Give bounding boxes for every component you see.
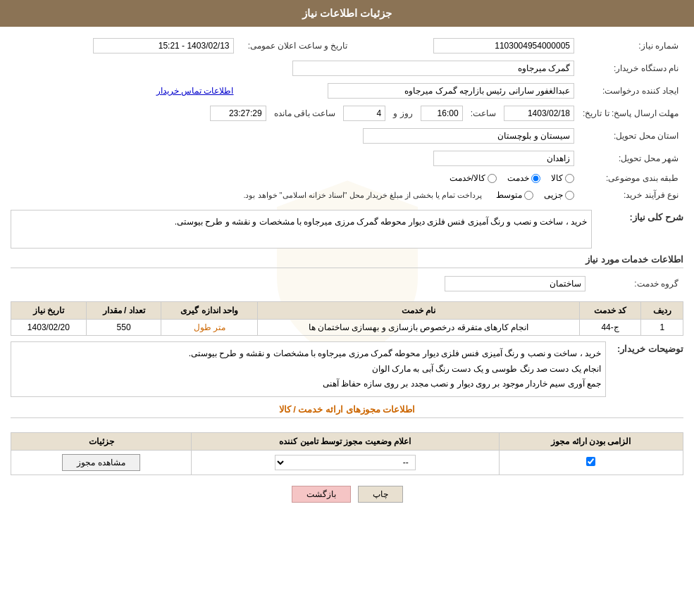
process-note: پرداخت تمام یا بخشی از مبلغ خریدار محل "…: [243, 191, 482, 200]
contact-link[interactable]: اطلاعات تماس خریدار: [156, 86, 234, 96]
th-date: تاریخ نیاز: [11, 302, 87, 320]
radio-motavasset[interactable]: [524, 191, 533, 200]
need-number-label: شماره نیاز:: [579, 35, 682, 56]
service-group-input[interactable]: [445, 276, 585, 291]
deadline-date-input[interactable]: [504, 106, 574, 121]
ptd-details: مشاهده مجوز: [11, 450, 192, 474]
spacer: [11, 422, 683, 432]
radio-jozi-label: جزیی: [544, 190, 563, 200]
buyer-notes-line2: انجام یک دست صد رنگ طوسی و یک دست رنگ آب…: [16, 362, 601, 377]
radio-item-khedmat: خدمت: [507, 173, 540, 183]
deadline-days-input[interactable]: [343, 106, 385, 121]
radio-item-motavasset: متوسط: [496, 190, 533, 200]
radio-khedmat-label: خدمت: [507, 173, 529, 183]
need-desc-section: شرح کلی نیاز: خرید ، ساخت و نصب و رنگ آم…: [11, 210, 683, 249]
permissions-table: الزامی بودن ارائه مجوز اعلام وضعیت مجوز …: [11, 432, 683, 475]
td-code: ج-44: [579, 320, 641, 336]
announce-date-label: تاریخ و ساعت اعلان عمومی:: [239, 35, 352, 56]
need-desc-box: خرید ، ساخت و نصب و رنگ آمیزی فنس فلزی د…: [11, 210, 592, 249]
status-select[interactable]: --: [275, 455, 416, 470]
content-area: شماره نیاز: تاریخ و ساعت اعلان عمومی: نا…: [0, 27, 694, 520]
td-row: 1: [641, 320, 683, 336]
th-unit: واحد اندازه گیری: [161, 302, 258, 320]
required-checkbox[interactable]: [586, 457, 595, 466]
radio-kala-khedmat[interactable]: [488, 174, 497, 183]
announce-date-value-col: [12, 35, 237, 56]
radio-kala-khedmat-label: کالا/خدمت: [450, 173, 485, 183]
deadline-label: مهلت ارسال پاسخ: تا تاریخ:: [579, 103, 682, 124]
page-header: جزئیات اطلاعات نیاز: [0, 0, 694, 27]
services-table: ردیف کد خدمت نام خدمت واحد اندازه گیری ت…: [11, 301, 683, 336]
td-unit: متر طول: [161, 320, 258, 336]
remaining-time-input[interactable]: [210, 106, 266, 121]
process-radio-group: جزیی متوسط: [496, 190, 574, 200]
buyer-notes-line3: جمع آوری سیم خاردار موجود بر روی دیوار و…: [16, 377, 601, 392]
buyer-org-value-col: [12, 58, 578, 79]
td-qty: 550: [86, 320, 161, 336]
back-button[interactable]: بازگشت: [292, 486, 351, 503]
page-title: جزئیات اطلاعات نیاز: [302, 7, 392, 19]
radio-jozi[interactable]: [565, 191, 574, 200]
radio-khedmat[interactable]: [531, 174, 540, 183]
main-info-table: شماره نیاز: تاریخ و ساعت اعلان عمومی: نا…: [11, 34, 683, 204]
contact-link-col: اطلاعات تماس خریدار: [12, 80, 237, 101]
services-title: اطلاعات خدمات مورد نیاز: [11, 254, 683, 268]
deadline-row: ساعت: روز و ساعت باقی مانده: [12, 103, 578, 124]
radio-kala[interactable]: [565, 174, 574, 183]
days-label: روز و: [390, 108, 416, 118]
radio-item-kala-khedmat: کالا/خدمت: [450, 173, 497, 183]
process-row: جزیی متوسط پرداخت تمام یا بخشی از مبلغ خ…: [16, 190, 574, 200]
city-input[interactable]: [433, 151, 574, 166]
radio-item-kala: کالا: [551, 173, 574, 183]
th-qty: تعداد / مقدار: [86, 302, 161, 320]
buyer-org-input[interactable]: [292, 61, 574, 76]
deadline-time-input[interactable]: [421, 106, 463, 121]
permissions-row: -- مشاهده مجوز: [11, 450, 683, 474]
service-group-table: گروه خدمت:: [11, 272, 683, 296]
permissions-title: اطلاعات مجوزهای ارائه خدمت / کالا: [11, 404, 683, 418]
radio-motavasset-label: متوسط: [496, 190, 522, 200]
view-permit-button[interactable]: مشاهده مجوز: [62, 454, 140, 471]
ptd-status: --: [192, 450, 499, 474]
th-code: کد خدمت: [579, 302, 641, 320]
city-label: شهر محل تحویل:: [579, 148, 682, 169]
buyer-notes-line1: خرید ، ساخت و نصب و رنگ آمیزی فنس فلزی د…: [16, 346, 601, 362]
th-row: ردیف: [641, 302, 683, 320]
radio-item-jozi: جزیی: [544, 190, 574, 200]
need-number-input[interactable]: [433, 38, 574, 54]
bottom-buttons: چاپ بازگشت: [11, 486, 683, 503]
buyer-notes-box: خرید ، ساخت و نصب و رنگ آمیزی فنس فلزی د…: [11, 341, 606, 397]
process-label: نوع فرآیند خرید:: [579, 187, 682, 203]
pth-details: جزئیات: [11, 432, 192, 450]
creator-input[interactable]: [328, 83, 574, 99]
announce-date-input[interactable]: [93, 38, 234, 54]
creator-label: ایجاد کننده درخواست:: [579, 80, 682, 101]
ptd-required: [499, 450, 683, 474]
province-input[interactable]: [363, 128, 574, 144]
category-label: طبقه بندی موضوعی:: [579, 170, 682, 186]
category-radio-group: کالا خدمت کالا/خدمت: [16, 173, 574, 183]
pth-status: اعلام وضعیت مجوز توسط تامین کننده: [192, 432, 499, 450]
page-wrapper: جزئیات اطلاعات نیاز شماره نیاز: تاریخ و …: [0, 0, 694, 616]
need-desc-text: خرید ، ساخت و نصب و رنگ آمیزی فنس فلزی د…: [175, 217, 587, 227]
service-group-value-col: [12, 273, 589, 294]
province-label: استان محل تحویل:: [579, 125, 682, 146]
td-name: انجام کارهای متفرقه درخصوص بازسازی و بهس…: [258, 320, 580, 336]
need-desc-label: شرح کلی نیاز:: [599, 210, 683, 222]
city-value-col: [12, 148, 578, 169]
th-name: نام خدمت: [258, 302, 580, 320]
print-button[interactable]: چاپ: [358, 486, 403, 503]
need-number-value-col: [353, 35, 578, 56]
province-value-col: [12, 125, 578, 146]
time-label: ساعت:: [467, 108, 500, 118]
pth-required: الزامی بودن ارائه مجوز: [499, 432, 683, 450]
td-date: 1403/02/20: [11, 320, 87, 336]
process-value-col: جزیی متوسط پرداخت تمام یا بخشی از مبلغ خ…: [12, 187, 578, 203]
remaining-time-label: ساعت باقی مانده: [271, 108, 340, 118]
buyer-notes-section: توضیحات خریدار: خرید ، ساخت و نصب و رنگ …: [11, 341, 683, 397]
service-group-label: گروه خدمت:: [590, 273, 682, 294]
table-row: 1 ج-44 انجام کارهای متفرقه درخصوص بازساز…: [11, 320, 683, 336]
need-desc-row: شرح کلی نیاز: خرید ، ساخت و نصب و رنگ آم…: [11, 210, 683, 249]
buyer-org-label: نام دستگاه خریدار:: [579, 58, 682, 79]
creator-value-col: [239, 80, 578, 101]
